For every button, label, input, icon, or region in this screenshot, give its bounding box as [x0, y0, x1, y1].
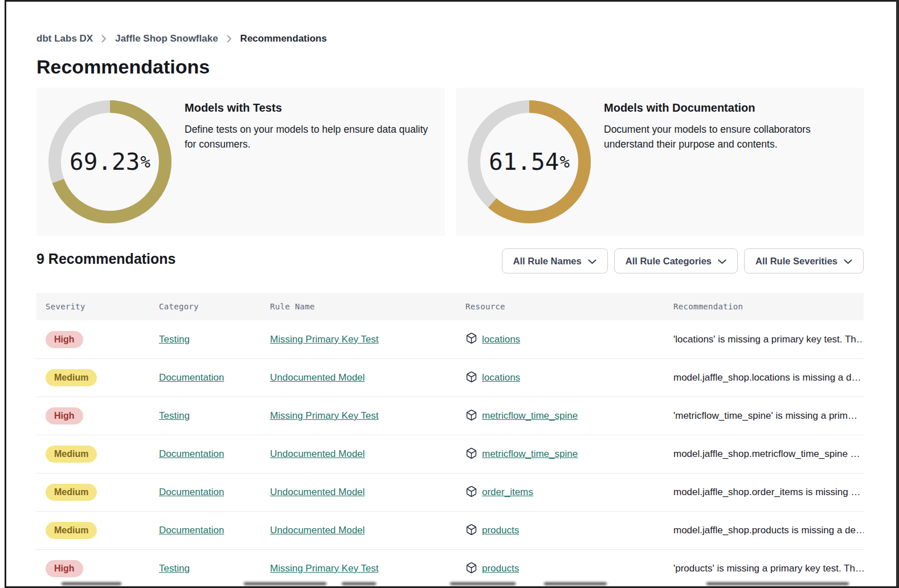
clipped-row-fragment — [544, 582, 607, 585]
models-with-tests-percentage: 69.23% — [47, 99, 173, 224]
severity-badge: High — [46, 407, 83, 424]
column-header-rule-name: Rule Name — [261, 302, 456, 311]
table-row: Medium Documentation Undocumented Model … — [36, 358, 864, 397]
resource-link[interactable]: order_items — [482, 487, 533, 498]
resource-link[interactable]: products — [482, 525, 519, 536]
chevron-down-icon — [844, 256, 852, 267]
chevron-down-icon — [718, 256, 726, 267]
clipped-row-fragment — [62, 582, 121, 585]
table-row: High Testing Missing Primary Key Test me… — [36, 397, 864, 435]
severity-badge: Medium — [46, 484, 97, 501]
models-with-documentation-text: Models with Documentation Document your … — [604, 101, 872, 152]
recommendation-text: model.jaffle_shop.order_items is missing… — [673, 487, 861, 497]
breadcrumb: dbt Labs DX Jaffle Shop Snowflake Recomm… — [36, 33, 327, 44]
severity-badge: Medium — [46, 369, 97, 386]
breadcrumb-item-project[interactable]: Jaffle Shop Snowflake — [115, 33, 218, 44]
recommendation-text: 'products' is missing a primary key test… — [673, 563, 864, 574]
resource-link[interactable]: metricflow_time_spine — [482, 410, 578, 422]
breadcrumb-item-current: Recommendations — [240, 33, 327, 44]
recommendation-text: 'metricflow_time_spine' is missing a pri… — [673, 410, 857, 421]
recommendation-text: model.jaffle_shop.products is missing a … — [673, 525, 864, 536]
clipped-row-fragment — [706, 582, 849, 585]
clipped-row-fragment — [450, 582, 516, 585]
recommendation-text: 'locations' is missing a primary key tes… — [673, 334, 864, 345]
category-link[interactable]: Documentation — [159, 372, 224, 383]
models-with-documentation-card: 61.54% Models with Documentation Documen… — [456, 88, 864, 236]
table-row: High Testing Missing Primary Key Test lo… — [36, 320, 864, 358]
resource-link[interactable]: products — [482, 563, 519, 574]
severity-badge: Medium — [46, 446, 97, 463]
resource-link[interactable]: metricflow_time_spine — [482, 448, 578, 460]
model-cube-icon — [465, 332, 477, 346]
column-header-severity: Severity — [36, 302, 150, 311]
chevron-right-icon — [227, 35, 232, 43]
models-with-tests-card: 69.23% Models with Tests Define tests on… — [36, 88, 445, 236]
recommendations-table: Severity Category Rule Name Resource Rec… — [36, 293, 864, 586]
resource-link[interactable]: locations — [482, 334, 520, 345]
severity-badge: Medium — [46, 522, 97, 539]
clipped-row-fragment — [342, 582, 376, 585]
resource-link[interactable]: locations — [482, 372, 520, 383]
column-header-resource: Resource — [456, 302, 664, 311]
model-cube-icon — [465, 485, 477, 500]
model-cube-icon — [465, 371, 477, 385]
models-with-tests-donut-chart: 69.23% — [47, 99, 173, 224]
card-title: Models with Tests — [185, 101, 452, 115]
rule-name-link[interactable]: Undocumented Model — [270, 525, 365, 536]
window-border-right — [896, 0, 899, 588]
category-link[interactable]: Testing — [159, 334, 190, 345]
table-header-row: Severity Category Rule Name Resource Rec… — [36, 293, 864, 320]
clipped-row-fragment — [244, 582, 326, 585]
chevron-right-icon — [101, 35, 107, 43]
category-link[interactable]: Documentation — [159, 487, 224, 497]
rule-categories-filter-dropdown[interactable]: All Rule Categories — [614, 248, 738, 273]
table-body: High Testing Missing Primary Key Test lo… — [36, 320, 864, 586]
rule-names-filter-dropdown[interactable]: All Rule Names — [502, 248, 608, 273]
models-with-tests-text: Models with Tests Define tests on your m… — [185, 101, 452, 152]
table-row: Medium Documentation Undocumented Model … — [36, 473, 864, 511]
page-title: Recommendations — [36, 56, 210, 78]
column-header-category: Category — [150, 302, 261, 311]
severity-badge: High — [46, 560, 83, 577]
model-cube-icon — [465, 524, 477, 538]
category-link[interactable]: Testing — [159, 563, 190, 574]
table-row: Medium Documentation Undocumented Model … — [36, 435, 864, 473]
model-cube-icon — [465, 562, 477, 576]
rule-name-link[interactable]: Undocumented Model — [270, 487, 365, 497]
chevron-down-icon — [588, 256, 596, 267]
window-border-top — [5, 0, 898, 2]
rule-name-link[interactable]: Missing Primary Key Test — [270, 410, 379, 421]
rule-severities-filter-dropdown[interactable]: All Rule Severities — [744, 248, 864, 273]
model-cube-icon — [465, 409, 477, 423]
window-border-left — [5, 0, 6, 588]
models-with-documentation-percentage: 61.54% — [467, 99, 592, 224]
category-link[interactable]: Testing — [159, 410, 190, 421]
severity-badge: High — [46, 331, 83, 348]
recommendation-text: model.jaffle_shop.locations is missing a… — [673, 372, 861, 383]
rule-name-link[interactable]: Missing Primary Key Test — [270, 563, 379, 574]
table-row: High Testing Missing Primary Key Test pr… — [36, 549, 864, 586]
category-link[interactable]: Documentation — [159, 525, 224, 536]
breadcrumb-item-account[interactable]: dbt Labs DX — [36, 33, 93, 44]
column-header-recommendation: Recommendation — [664, 302, 864, 311]
models-with-documentation-donut-chart: 61.54% — [467, 99, 592, 224]
rule-name-link[interactable]: Undocumented Model — [270, 372, 365, 383]
rule-name-link[interactable]: Undocumented Model — [270, 448, 365, 459]
table-row: Medium Documentation Undocumented Model … — [36, 511, 864, 549]
rule-name-link[interactable]: Missing Primary Key Test — [270, 334, 379, 345]
category-link[interactable]: Documentation — [159, 448, 224, 459]
recommendations-count-heading: 9 Recommendations — [36, 251, 176, 267]
model-cube-icon — [465, 447, 477, 462]
filter-bar: All Rule Names All Rule Categories All R… — [502, 248, 864, 273]
card-description: Document your models to ensure collabora… — [604, 122, 859, 152]
card-description: Define tests on your models to help ensu… — [185, 122, 440, 152]
recommendation-text: model.jaffle_shop.metricflow_time_spine … — [673, 448, 860, 459]
card-title: Models with Documentation — [604, 101, 872, 115]
